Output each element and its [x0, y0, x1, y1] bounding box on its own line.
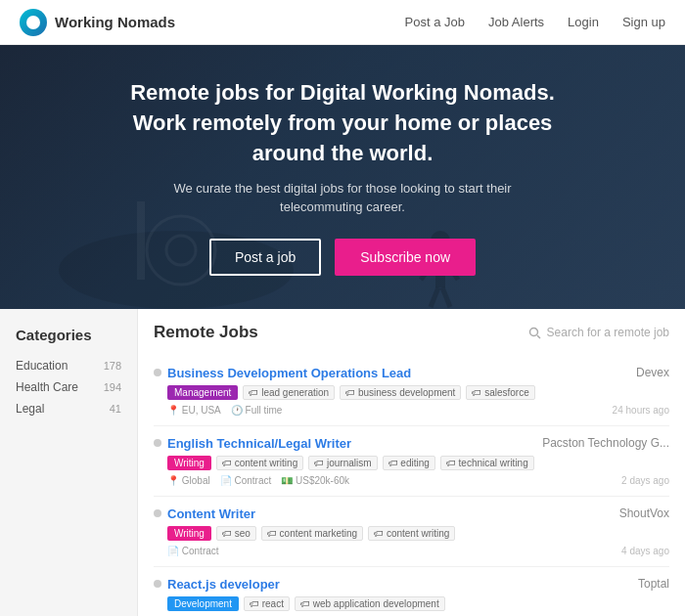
- main-content: Categories Education 178 Health Care 194…: [0, 309, 685, 616]
- job-time-1: 2 days ago: [621, 475, 669, 486]
- hero-subtitle: We curate the best digital jobs for thos…: [166, 179, 519, 217]
- post-job-button[interactable]: Post a job: [209, 239, 321, 276]
- job-dot-2: [154, 509, 161, 517]
- job-tags-3: Development 🏷 react 🏷 web application de…: [154, 596, 669, 611]
- job-list: Remote Jobs Search for a remote job Busi…: [137, 309, 685, 616]
- job-title-1[interactable]: English Technical/Legal Writer: [167, 436, 351, 451]
- sidebar-count-education: 178: [104, 360, 121, 372]
- job-company-1: Pacston Technology G...: [542, 436, 669, 450]
- nav-post-job[interactable]: Post a Job: [405, 15, 465, 29]
- job-tag-1-0: 🏷 content writing: [216, 456, 303, 470]
- hero-section: Remote jobs for Digital Working Nomads. …: [0, 45, 685, 309]
- job-company-2: ShoutVox: [619, 506, 669, 520]
- table-row: React.js developer Toptal Development 🏷 …: [154, 567, 669, 616]
- job-tag-0-0: 🏷 lead generation: [243, 385, 335, 400]
- job-tag-0-2: 🏷 salesforce: [466, 385, 534, 400]
- brand-logo: [20, 9, 47, 36]
- brand: Working Nomads: [20, 9, 405, 36]
- job-meta-left-2: 📄 Contract: [167, 546, 219, 556]
- job-tag-1-1: 🏷 journalism: [308, 456, 377, 470]
- job-title-0[interactable]: Business Development Operations Lead: [167, 366, 411, 380]
- table-row: Content Writer ShoutVox Writing 🏷 seo 🏷 …: [154, 497, 669, 567]
- job-header-0: Business Development Operations Lead Dev…: [154, 366, 669, 380]
- sidebar-label-healthcare: Health Care: [16, 380, 78, 394]
- job-tag-3-0: 🏷 react: [244, 596, 290, 611]
- job-left-0: Business Development Operations Lead: [154, 366, 411, 380]
- job-left-3: React.js developer: [154, 577, 280, 592]
- job-tag-3-1: 🏷 web application development: [295, 596, 445, 611]
- table-row: Business Development Operations Lead Dev…: [154, 356, 669, 426]
- brand-logo-inner: [26, 16, 40, 29]
- job-meta-left-1: 📍 Global 📄 Contract 💵 US$20k-60k: [167, 475, 349, 486]
- job-title-2[interactable]: Content Writer: [167, 506, 255, 521]
- job-meta-1: 📍 Global 📄 Contract 💵 US$20k-60k 2 days …: [154, 475, 669, 486]
- job-tag-1-3: 🏷 technical writing: [440, 456, 534, 470]
- job-list-header: Remote Jobs Search for a remote job: [154, 323, 669, 342]
- search-icon: [528, 327, 541, 339]
- job-meta-left-0: 📍 EU, USA 🕐 Full time: [167, 405, 282, 416]
- job-tags-1: Writing 🏷 content writing 🏷 journalism 🏷…: [154, 456, 669, 470]
- job-tag-2-0: 🏷 seo: [216, 526, 256, 541]
- hero-buttons: Post a job Subscribe now: [209, 239, 476, 276]
- job-meta-2: 📄 Contract 4 days ago: [154, 546, 669, 556]
- job-title-3[interactable]: React.js developer: [167, 577, 280, 592]
- job-header-3: React.js developer Toptal: [154, 577, 669, 592]
- job-header-2: Content Writer ShoutVox: [154, 506, 669, 521]
- job-type-2: 📄 Contract: [167, 546, 219, 556]
- job-left-1: English Technical/Legal Writer: [154, 436, 351, 451]
- sidebar-title: Categories: [16, 327, 121, 343]
- job-dot-1: [154, 439, 161, 447]
- job-salary-1: 💵 US$20k-60k: [281, 475, 349, 486]
- nav-job-alerts[interactable]: Job Alerts: [488, 15, 544, 29]
- navbar: Working Nomads Post a Job Job Alerts Log…: [0, 0, 685, 45]
- sidebar-item-healthcare[interactable]: Health Care 194: [16, 376, 121, 398]
- hero-title: Remote jobs for Digital Working Nomads. …: [108, 78, 577, 168]
- search-box[interactable]: Search for a remote job: [528, 326, 669, 339]
- job-tag-0-1: 🏷 business development: [340, 385, 461, 400]
- job-dot-3: [154, 580, 161, 588]
- nav-login[interactable]: Login: [568, 15, 599, 29]
- svg-line-8: [431, 287, 438, 307]
- job-category-2[interactable]: Writing: [167, 526, 211, 541]
- sidebar-label-education: Education: [16, 359, 68, 373]
- sidebar-label-legal: Legal: [16, 402, 44, 416]
- job-company-3: Toptal: [638, 577, 669, 591]
- job-dot-0: [154, 369, 161, 376]
- job-tags-2: Writing 🏷 seo 🏷 content marketing 🏷 cont…: [154, 526, 669, 541]
- navbar-links: Post a Job Job Alerts Login Sign up: [405, 15, 665, 29]
- job-category-1[interactable]: Writing: [167, 456, 211, 470]
- job-tag-1-2: 🏷 editing: [383, 456, 435, 470]
- table-row: English Technical/Legal Writer Pacston T…: [154, 426, 669, 497]
- job-category-3[interactable]: Development: [167, 596, 239, 611]
- job-time-0: 24 hours ago: [613, 405, 669, 416]
- job-location-0: 📍 EU, USA: [167, 405, 221, 416]
- sidebar-count-healthcare: 194: [104, 381, 121, 393]
- svg-line-9: [442, 287, 450, 307]
- nav-signup[interactable]: Sign up: [622, 15, 665, 29]
- brand-name: Working Nomads: [55, 14, 175, 30]
- job-category-0[interactable]: Management: [167, 385, 238, 400]
- job-company-0: Devex: [636, 366, 669, 379]
- job-header-1: English Technical/Legal Writer Pacston T…: [154, 436, 669, 451]
- subscribe-now-button[interactable]: Subscribe now: [335, 239, 476, 276]
- job-time-2: 4 days ago: [621, 546, 669, 556]
- sidebar: Categories Education 178 Health Care 194…: [0, 309, 137, 616]
- job-meta-0: 📍 EU, USA 🕐 Full time 24 hours ago: [154, 405, 669, 416]
- job-tag-2-2: 🏷 content writing: [368, 526, 455, 541]
- sidebar-item-education[interactable]: Education 178: [16, 355, 121, 376]
- svg-rect-1: [137, 201, 145, 280]
- svg-line-11: [537, 335, 540, 338]
- job-location-1: 📍 Global: [167, 475, 210, 486]
- search-placeholder: Search for a remote job: [547, 326, 669, 339]
- job-tags-0: Management 🏷 lead generation 🏷 business …: [154, 385, 669, 400]
- job-type-0: 🕐 Full time: [231, 405, 283, 416]
- job-tag-2-1: 🏷 content marketing: [261, 526, 363, 541]
- job-list-title: Remote Jobs: [154, 323, 258, 342]
- sidebar-count-legal: 41: [110, 403, 121, 415]
- sidebar-item-legal[interactable]: Legal 41: [16, 398, 121, 419]
- job-left-2: Content Writer: [154, 506, 255, 521]
- svg-point-10: [529, 328, 537, 335]
- job-type-1: 📄 Contract: [220, 475, 272, 486]
